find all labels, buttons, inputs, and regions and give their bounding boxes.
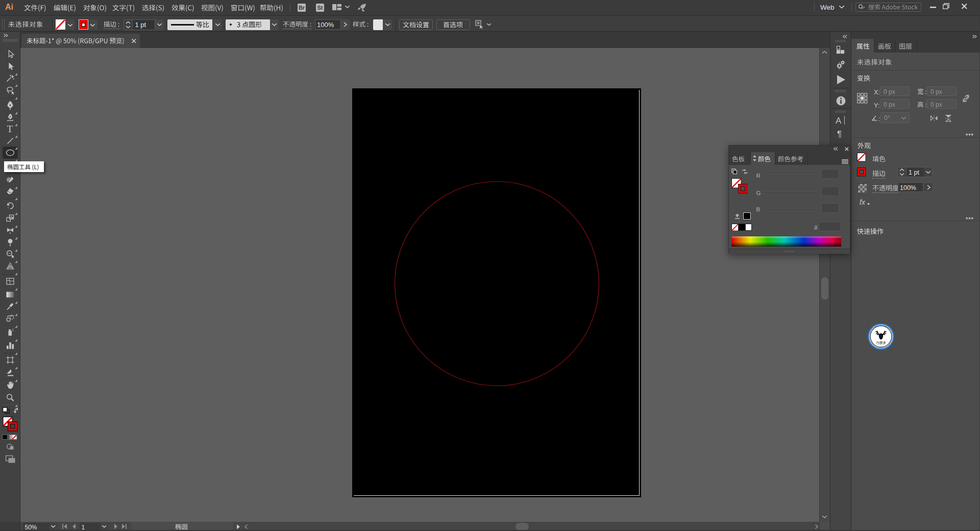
svg-text:T: T	[7, 124, 13, 134]
